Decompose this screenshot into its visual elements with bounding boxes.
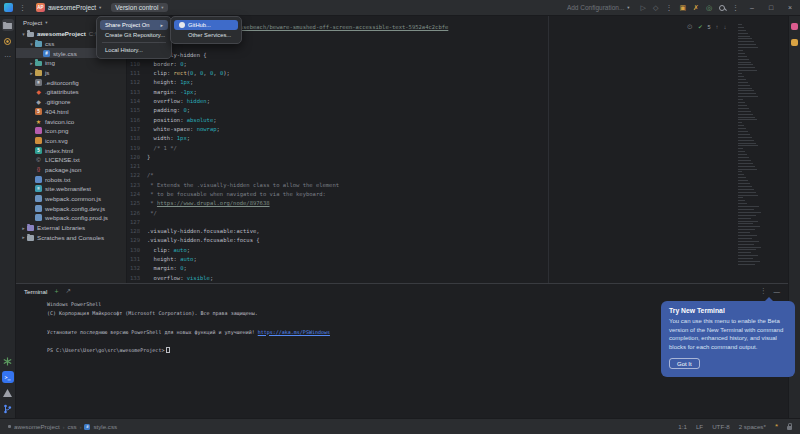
folder-js-icon — [35, 70, 42, 76]
menu-item-create-git-repository[interactable]: Create Git Repository... — [100, 30, 168, 40]
tree-item-index-html[interactable]: 5index.html — [16, 145, 126, 155]
hide-terminal-icon[interactable]: — — [774, 288, 781, 295]
tree-item-webpack-config-dev-js[interactable]: webpack.config.dev.js — [16, 203, 126, 213]
project-tool-icon[interactable] — [2, 19, 14, 31]
line-number: 114 — [127, 98, 140, 104]
tree-item-js[interactable]: ▸js — [16, 68, 126, 78]
terminal-tab[interactable]: Terminal — [24, 288, 47, 295]
commit-tool-icon[interactable] — [2, 35, 14, 47]
tree-item-icon-png[interactable]: icon.png — [16, 126, 126, 136]
tree-item-gitattributes[interactable]: ◆.gitattributes — [16, 87, 126, 97]
highlighting-eye-icon[interactable]: ⊙ — [687, 23, 693, 31]
chevron-closed-icon[interactable]: ▸ — [28, 60, 35, 66]
assistant-icon[interactable] — [791, 39, 798, 46]
chevron-closed-icon[interactable]: ▸ — [20, 234, 27, 240]
code-line: 115 padding: 0; — [127, 106, 788, 115]
tree-item-editorconfig[interactable]: ≡.editorconfig — [16, 77, 126, 87]
code-editor[interactable]: 106 * https://medium.com/@jessebeach/bew… — [127, 16, 788, 283]
inspection-profile-icon[interactable]: * — [775, 424, 778, 430]
minimize-button[interactable]: – — [746, 4, 758, 11]
expand-terminal-icon[interactable]: ↗ — [65, 287, 70, 295]
run-icon[interactable]: ▷ — [641, 3, 646, 12]
line-number: 120 — [127, 154, 140, 160]
code-text: height: 1px; — [147, 79, 193, 85]
new-terminal-tab-icon[interactable]: + — [54, 288, 58, 295]
menu-item-other-services[interactable]: Other Services... — [174, 30, 238, 40]
kebab-menu-icon[interactable]: ⋮ — [732, 3, 739, 12]
chevron-closed-icon[interactable]: ▸ — [20, 225, 27, 231]
device-preview-icon[interactable]: ▣ — [679, 3, 686, 12]
tree-item-external-libraries[interactable]: ▸External Libraries — [16, 223, 126, 233]
tree-item-label: css — [45, 40, 54, 47]
menu-item-github[interactable]: GitHub... — [174, 20, 238, 30]
tree-item-label: webpack.common.js — [45, 195, 101, 202]
tools-icon[interactable]: ✗ — [693, 3, 699, 12]
tree-item-label: webpack.config.prod.js — [45, 214, 108, 221]
tree-item-webpack-config-prod-js[interactable]: webpack.config.prod.js — [16, 213, 126, 223]
tree-item-license-txt[interactable]: ©LICENSE.txt — [16, 155, 126, 165]
close-button[interactable]: × — [784, 4, 796, 11]
titlebar: ⋮ AP awesomeProject ▾ Version control ▾ … — [0, 0, 800, 16]
more-tools-icon[interactable]: ⋯ — [2, 51, 14, 63]
ide-logo-icon — [4, 3, 13, 12]
main-menu-icon[interactable]: ⋮ — [19, 3, 26, 12]
line-number: 124 — [127, 191, 140, 197]
license-icon: © — [35, 156, 42, 163]
maximize-button[interactable]: □ — [765, 4, 777, 11]
code-line: 126 */ — [127, 208, 788, 217]
code-text: margin: -1px; — [147, 89, 197, 95]
menu-item-share-project-on[interactable]: Share Project On▸ — [100, 20, 168, 30]
chevron-open-icon[interactable]: ▾ — [28, 41, 35, 47]
chevron-closed-icon[interactable]: ▸ — [28, 70, 35, 76]
run-configuration-selector[interactable]: Add Configuration... ▾ — [563, 3, 634, 12]
tree-item-robots-txt[interactable]: robots.txt — [16, 174, 126, 184]
got-it-button[interactable]: Got It — [669, 358, 700, 369]
tree-item-label: package.json — [45, 166, 81, 173]
tree-item-icon-svg[interactable]: icon.svg — [16, 136, 126, 146]
breadcrumb-item-css[interactable]: css — [67, 423, 76, 430]
line-number: 127 — [127, 219, 140, 225]
caret-position-widget[interactable]: 1:1 — [678, 423, 687, 430]
problems-tool-icon[interactable] — [2, 387, 14, 399]
tree-item-scratches-and-consoles[interactable]: ▸Scratches and Consoles — [16, 232, 126, 242]
chevron-open-icon[interactable]: ▾ — [20, 31, 27, 37]
inspections-widget[interactable]: ⊙ ✔ 5 ↑ ↓ — [687, 23, 727, 31]
services-tool-icon[interactable] — [2, 355, 14, 367]
previous-problem-icon[interactable]: ↑ — [716, 24, 719, 30]
terminal-cursor — [166, 347, 170, 354]
project-selector[interactable]: AP awesomeProject ▾ — [32, 2, 105, 13]
read-only-lock-icon[interactable] — [787, 426, 792, 430]
tree-item-webpack-common-js[interactable]: webpack.common.js — [16, 194, 126, 204]
notifications-icon[interactable] — [791, 23, 798, 30]
breadcrumb-item-style-css[interactable]: style.css — [93, 423, 117, 430]
next-problem-icon[interactable]: ↓ — [724, 24, 727, 30]
search-everywhere-icon[interactable] — [719, 5, 725, 11]
breadcrumb-item-awesomeproject[interactable]: awesomeProject — [14, 423, 60, 430]
terminal-link[interactable]: https://aka.ms/PSWindows — [258, 329, 330, 335]
version-control-tool-icon[interactable] — [2, 403, 14, 415]
ide-window: ⋮ AP awesomeProject ▾ Version control ▾ … — [0, 0, 800, 434]
tree-item-img[interactable]: ▸img — [16, 58, 126, 68]
tree-item-favicon-ico[interactable]: ★favicon.ico — [16, 116, 126, 126]
settings-gear-icon[interactable]: ◎ — [706, 3, 712, 12]
encoding-widget[interactable]: UTF-8 — [712, 423, 730, 430]
terminal-options-icon[interactable]: ⋮ — [760, 287, 767, 295]
breadcrumb-icon — [8, 425, 11, 428]
menu-item-local-history[interactable]: Local History... — [100, 45, 168, 55]
line-separator-widget[interactable]: LF — [696, 423, 703, 430]
debug-icon[interactable]: ◇ — [653, 3, 658, 12]
line-number: 111 — [127, 70, 140, 76]
tooltip-title: Try New Terminal — [669, 307, 787, 314]
version-control-menu-button[interactable]: Version control ▾ — [111, 3, 167, 12]
tree-item-404-html[interactable]: 5404.html — [16, 107, 126, 117]
minimap[interactable] — [738, 24, 764, 267]
tree-item-label: Scratches and Consoles — [37, 234, 104, 241]
tree-item-gitignore[interactable]: ◆.gitignore — [16, 97, 126, 107]
code-line: 124 * to be focusable when navigated to … — [127, 189, 788, 198]
tree-item-package-json[interactable]: {}package.json — [16, 165, 126, 175]
terminal-tool-icon[interactable]: >_ — [2, 371, 14, 383]
tree-item-site-webmanifest[interactable]: ≡site.webmanifest — [16, 184, 126, 194]
code-line: 125 * https://www.drupal.org/node/897638 — [127, 199, 788, 208]
indent-widget[interactable]: 2 spaces* — [739, 423, 766, 430]
more-actions-icon[interactable]: ⋮ — [665, 3, 672, 12]
